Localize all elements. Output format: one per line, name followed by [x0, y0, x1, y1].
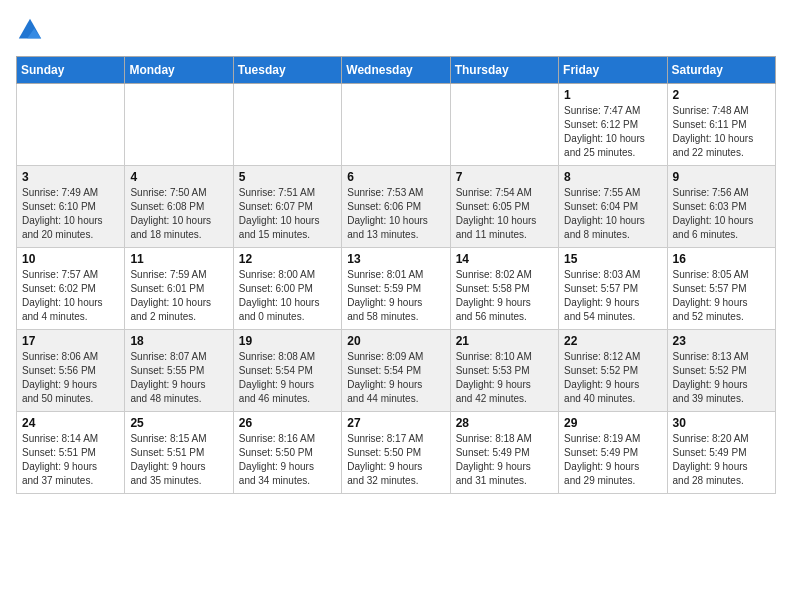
day-info: Sunrise: 7:53 AM Sunset: 6:06 PM Dayligh…	[347, 186, 444, 242]
day-info: Sunrise: 8:03 AM Sunset: 5:57 PM Dayligh…	[564, 268, 661, 324]
calendar-cell: 8Sunrise: 7:55 AM Sunset: 6:04 PM Daylig…	[559, 166, 667, 248]
calendar-cell: 9Sunrise: 7:56 AM Sunset: 6:03 PM Daylig…	[667, 166, 775, 248]
calendar-cell: 4Sunrise: 7:50 AM Sunset: 6:08 PM Daylig…	[125, 166, 233, 248]
logo	[16, 16, 48, 44]
calendar-cell	[450, 84, 558, 166]
day-number: 28	[456, 416, 553, 430]
day-info: Sunrise: 7:56 AM Sunset: 6:03 PM Dayligh…	[673, 186, 770, 242]
day-number: 12	[239, 252, 336, 266]
day-number: 1	[564, 88, 661, 102]
day-info: Sunrise: 8:07 AM Sunset: 5:55 PM Dayligh…	[130, 350, 227, 406]
day-number: 15	[564, 252, 661, 266]
day-number: 25	[130, 416, 227, 430]
day-info: Sunrise: 8:09 AM Sunset: 5:54 PM Dayligh…	[347, 350, 444, 406]
calendar-cell: 25Sunrise: 8:15 AM Sunset: 5:51 PM Dayli…	[125, 412, 233, 494]
calendar-cell: 17Sunrise: 8:06 AM Sunset: 5:56 PM Dayli…	[17, 330, 125, 412]
day-info: Sunrise: 8:17 AM Sunset: 5:50 PM Dayligh…	[347, 432, 444, 488]
calendar-cell: 5Sunrise: 7:51 AM Sunset: 6:07 PM Daylig…	[233, 166, 341, 248]
day-number: 24	[22, 416, 119, 430]
calendar-week-4: 17Sunrise: 8:06 AM Sunset: 5:56 PM Dayli…	[17, 330, 776, 412]
weekday-header-monday: Monday	[125, 57, 233, 84]
day-number: 21	[456, 334, 553, 348]
day-info: Sunrise: 8:19 AM Sunset: 5:49 PM Dayligh…	[564, 432, 661, 488]
day-info: Sunrise: 8:06 AM Sunset: 5:56 PM Dayligh…	[22, 350, 119, 406]
calendar-cell: 28Sunrise: 8:18 AM Sunset: 5:49 PM Dayli…	[450, 412, 558, 494]
calendar-cell: 26Sunrise: 8:16 AM Sunset: 5:50 PM Dayli…	[233, 412, 341, 494]
day-info: Sunrise: 7:49 AM Sunset: 6:10 PM Dayligh…	[22, 186, 119, 242]
calendar-cell: 13Sunrise: 8:01 AM Sunset: 5:59 PM Dayli…	[342, 248, 450, 330]
day-number: 2	[673, 88, 770, 102]
day-info: Sunrise: 8:08 AM Sunset: 5:54 PM Dayligh…	[239, 350, 336, 406]
calendar-cell: 10Sunrise: 7:57 AM Sunset: 6:02 PM Dayli…	[17, 248, 125, 330]
day-number: 17	[22, 334, 119, 348]
day-number: 20	[347, 334, 444, 348]
calendar-cell: 20Sunrise: 8:09 AM Sunset: 5:54 PM Dayli…	[342, 330, 450, 412]
day-info: Sunrise: 8:16 AM Sunset: 5:50 PM Dayligh…	[239, 432, 336, 488]
calendar-cell: 27Sunrise: 8:17 AM Sunset: 5:50 PM Dayli…	[342, 412, 450, 494]
day-number: 26	[239, 416, 336, 430]
weekday-header-thursday: Thursday	[450, 57, 558, 84]
calendar-cell	[233, 84, 341, 166]
day-info: Sunrise: 7:51 AM Sunset: 6:07 PM Dayligh…	[239, 186, 336, 242]
day-info: Sunrise: 8:02 AM Sunset: 5:58 PM Dayligh…	[456, 268, 553, 324]
day-info: Sunrise: 7:48 AM Sunset: 6:11 PM Dayligh…	[673, 104, 770, 160]
calendar-week-5: 24Sunrise: 8:14 AM Sunset: 5:51 PM Dayli…	[17, 412, 776, 494]
calendar-cell: 16Sunrise: 8:05 AM Sunset: 5:57 PM Dayli…	[667, 248, 775, 330]
weekday-header-tuesday: Tuesday	[233, 57, 341, 84]
weekday-header-wednesday: Wednesday	[342, 57, 450, 84]
day-number: 10	[22, 252, 119, 266]
day-info: Sunrise: 7:50 AM Sunset: 6:08 PM Dayligh…	[130, 186, 227, 242]
day-info: Sunrise: 8:10 AM Sunset: 5:53 PM Dayligh…	[456, 350, 553, 406]
day-number: 30	[673, 416, 770, 430]
calendar-cell: 18Sunrise: 8:07 AM Sunset: 5:55 PM Dayli…	[125, 330, 233, 412]
day-number: 13	[347, 252, 444, 266]
day-info: Sunrise: 8:13 AM Sunset: 5:52 PM Dayligh…	[673, 350, 770, 406]
calendar-week-3: 10Sunrise: 7:57 AM Sunset: 6:02 PM Dayli…	[17, 248, 776, 330]
weekday-header-friday: Friday	[559, 57, 667, 84]
calendar-cell: 21Sunrise: 8:10 AM Sunset: 5:53 PM Dayli…	[450, 330, 558, 412]
day-number: 8	[564, 170, 661, 184]
calendar-cell: 22Sunrise: 8:12 AM Sunset: 5:52 PM Dayli…	[559, 330, 667, 412]
calendar-cell: 3Sunrise: 7:49 AM Sunset: 6:10 PM Daylig…	[17, 166, 125, 248]
day-number: 23	[673, 334, 770, 348]
calendar-week-1: 1Sunrise: 7:47 AM Sunset: 6:12 PM Daylig…	[17, 84, 776, 166]
weekday-header-saturday: Saturday	[667, 57, 775, 84]
calendar-cell: 12Sunrise: 8:00 AM Sunset: 6:00 PM Dayli…	[233, 248, 341, 330]
day-number: 11	[130, 252, 227, 266]
day-info: Sunrise: 8:00 AM Sunset: 6:00 PM Dayligh…	[239, 268, 336, 324]
day-number: 7	[456, 170, 553, 184]
day-info: Sunrise: 7:59 AM Sunset: 6:01 PM Dayligh…	[130, 268, 227, 324]
day-info: Sunrise: 8:05 AM Sunset: 5:57 PM Dayligh…	[673, 268, 770, 324]
day-number: 14	[456, 252, 553, 266]
weekday-header-sunday: Sunday	[17, 57, 125, 84]
day-number: 9	[673, 170, 770, 184]
calendar-header-row: SundayMondayTuesdayWednesdayThursdayFrid…	[17, 57, 776, 84]
day-number: 29	[564, 416, 661, 430]
calendar-cell: 14Sunrise: 8:02 AM Sunset: 5:58 PM Dayli…	[450, 248, 558, 330]
calendar-cell: 19Sunrise: 8:08 AM Sunset: 5:54 PM Dayli…	[233, 330, 341, 412]
day-info: Sunrise: 7:57 AM Sunset: 6:02 PM Dayligh…	[22, 268, 119, 324]
day-info: Sunrise: 7:54 AM Sunset: 6:05 PM Dayligh…	[456, 186, 553, 242]
page-header	[16, 16, 776, 44]
day-number: 22	[564, 334, 661, 348]
day-info: Sunrise: 8:14 AM Sunset: 5:51 PM Dayligh…	[22, 432, 119, 488]
day-info: Sunrise: 7:55 AM Sunset: 6:04 PM Dayligh…	[564, 186, 661, 242]
day-info: Sunrise: 8:18 AM Sunset: 5:49 PM Dayligh…	[456, 432, 553, 488]
calendar-cell: 7Sunrise: 7:54 AM Sunset: 6:05 PM Daylig…	[450, 166, 558, 248]
calendar-cell: 2Sunrise: 7:48 AM Sunset: 6:11 PM Daylig…	[667, 84, 775, 166]
calendar-cell	[17, 84, 125, 166]
calendar-cell: 11Sunrise: 7:59 AM Sunset: 6:01 PM Dayli…	[125, 248, 233, 330]
day-number: 3	[22, 170, 119, 184]
calendar-cell	[125, 84, 233, 166]
calendar-table: SundayMondayTuesdayWednesdayThursdayFrid…	[16, 56, 776, 494]
day-number: 16	[673, 252, 770, 266]
logo-icon	[16, 16, 44, 44]
calendar-cell: 24Sunrise: 8:14 AM Sunset: 5:51 PM Dayli…	[17, 412, 125, 494]
day-number: 19	[239, 334, 336, 348]
day-number: 6	[347, 170, 444, 184]
calendar-cell: 29Sunrise: 8:19 AM Sunset: 5:49 PM Dayli…	[559, 412, 667, 494]
day-info: Sunrise: 8:12 AM Sunset: 5:52 PM Dayligh…	[564, 350, 661, 406]
day-info: Sunrise: 8:20 AM Sunset: 5:49 PM Dayligh…	[673, 432, 770, 488]
day-number: 18	[130, 334, 227, 348]
calendar-cell: 30Sunrise: 8:20 AM Sunset: 5:49 PM Dayli…	[667, 412, 775, 494]
